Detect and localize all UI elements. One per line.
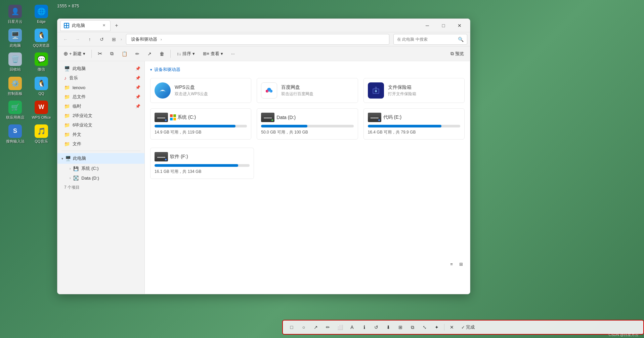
desktop-icon-此电脑[interactable]: 🖥️ 此电脑 bbox=[3, 27, 27, 49]
delete-button[interactable]: 🗑 bbox=[156, 48, 168, 59]
new-tab-button[interactable]: + bbox=[112, 21, 121, 30]
rename-button[interactable]: ✏ bbox=[132, 48, 143, 59]
section-header-devices[interactable]: ▾ 设备和驱动器 bbox=[150, 67, 465, 73]
anno-pen-button[interactable]: ✏ bbox=[323, 323, 333, 332]
close-button[interactable]: ✕ bbox=[452, 20, 467, 31]
rename-icon: ✏ bbox=[135, 51, 139, 57]
sidebar-item-临时[interactable]: 📁 临时 📌 bbox=[57, 102, 144, 111]
baidu-icon bbox=[261, 82, 277, 99]
sidebar-child-系统C[interactable]: › 💾 系统 (C:) bbox=[57, 164, 144, 173]
share-button[interactable]: ↗ bbox=[144, 48, 155, 59]
sidebar: 🖥️ 此电脑 📌 ♪ 音乐 📌 📁 lenovo 📌 📁 总文件 bbox=[57, 61, 145, 294]
sort-dropdown-icon: ▾ bbox=[192, 51, 195, 56]
sidebar-item-2毕业论文[interactable]: 📁 2毕业论文 bbox=[57, 111, 144, 120]
baidu-cloud-desc: 双击运行百度网盘 bbox=[281, 91, 313, 97]
desktop-icon-wps[interactable]: W WPS Office bbox=[30, 99, 53, 121]
address-bar[interactable]: 设备和驱动器 › bbox=[126, 34, 389, 45]
sidebar-icon-此电脑: 🖥️ bbox=[64, 66, 70, 71]
sidebar-section-此电脑[interactable]: ▾ 🖥️ 此电脑 bbox=[57, 153, 144, 164]
maximize-button[interactable]: □ bbox=[436, 20, 451, 31]
sidebar-item-文件[interactable]: 📁 文件 bbox=[57, 139, 144, 149]
share-icon: ↗ bbox=[147, 51, 152, 57]
desktop-icon-回收站[interactable]: 🗑️ 回收站 bbox=[3, 51, 27, 73]
sidebar-label-2毕业论文: 2毕业论文 bbox=[73, 113, 92, 119]
desktop-icon-qq[interactable]: 🐧 QQ bbox=[30, 75, 53, 97]
anno-arrow-button[interactable]: ↗ bbox=[311, 323, 320, 332]
anno-text-button[interactable]: A bbox=[347, 323, 357, 332]
new-dropdown-icon: ▾ bbox=[83, 51, 85, 56]
desktop-icon-控制面板[interactable]: ⚙️ 控制面板 bbox=[3, 75, 27, 97]
toolbar-separator-2 bbox=[170, 50, 171, 58]
file-explorer-tab[interactable]: 此电脑 ✕ bbox=[60, 20, 111, 31]
drive-item-d[interactable]: ▬▬▬ Data (D:) 50.0 GB 可用，共 100 GB bbox=[257, 108, 358, 140]
new-button[interactable]: ⊕ + 新建 ▾ bbox=[60, 48, 89, 59]
refresh-button[interactable]: ↺ bbox=[96, 34, 107, 45]
view-button[interactable]: ⊞≡ 查看 ▾ bbox=[200, 48, 226, 59]
desktop-icon-联应商店[interactable]: 🛒 联应用商店 bbox=[3, 99, 27, 121]
desktop-icon-label-edge: Edge bbox=[37, 20, 46, 24]
more-button[interactable]: ··· bbox=[228, 48, 238, 59]
anno-rect-button[interactable]: □ bbox=[287, 323, 296, 332]
sidebar-item-总文件[interactable]: 📁 总文件 📌 bbox=[57, 92, 144, 102]
desktop-icon-qq音乐[interactable]: 🎵 QQ音乐 bbox=[30, 123, 53, 145]
anno-resize-button[interactable]: ⤡ bbox=[420, 323, 429, 332]
desktop-icon-edge[interactable]: 🌐 Edge bbox=[30, 3, 53, 25]
drive-item-c[interactable]: ▬▬▬ 系统 bbox=[150, 108, 251, 140]
sidebar-item-音乐[interactable]: ♪ 音乐 📌 bbox=[57, 73, 144, 83]
drive-item-e[interactable]: ▬▬▬ 代码 (E:) 16.4 GB 可用，共 79.9 GB bbox=[363, 108, 465, 140]
tab-close-button[interactable]: ✕ bbox=[101, 23, 107, 29]
sort-button[interactable]: ↕↓ 排序 ▾ bbox=[173, 48, 198, 59]
sidebar-label-音乐: 音乐 bbox=[69, 75, 78, 81]
delete-icon: 🗑 bbox=[160, 51, 164, 57]
copy-button[interactable]: ⧉ bbox=[107, 48, 117, 59]
view-toggle-button[interactable]: ⊞ bbox=[109, 34, 119, 45]
forward-button[interactable]: → bbox=[72, 34, 83, 45]
drive-item-f[interactable]: ▬▬▬ 软件 (F:) 16.1 GB 可用，共 134 GB bbox=[150, 148, 254, 179]
cloud-item-wps[interactable]: WPS云盘 双击进入WPS云盘 bbox=[150, 78, 251, 103]
preview-button[interactable]: ⧉ 预览 bbox=[447, 48, 467, 59]
desktop-icon-搜狗输入法[interactable]: S 搜狗输入法 bbox=[3, 123, 27, 145]
sidebar-child-dataD[interactable]: › 💽 Data (D:) bbox=[57, 173, 144, 183]
preview-label: 预览 bbox=[455, 51, 464, 57]
anno-star-button[interactable]: ✦ bbox=[432, 323, 441, 332]
sidebar-item-6毕业论文[interactable]: 📁 6毕业论文 bbox=[57, 120, 144, 130]
drive-progress-fill-f bbox=[155, 164, 238, 167]
svg-rect-0 bbox=[65, 24, 66, 25]
back-button[interactable]: ← bbox=[60, 34, 71, 45]
desktop-icon-label-wps: WPS Office bbox=[32, 115, 51, 120]
anno-undo-button[interactable]: ↺ bbox=[372, 323, 381, 332]
cloud-item-baidu[interactable]: 百度网盘 双击运行百度网盘 bbox=[257, 78, 358, 103]
sidebar-icon-临时: 📁 bbox=[64, 104, 70, 109]
sidebar-item-此电脑[interactable]: 🖥️ 此电脑 📌 bbox=[57, 64, 144, 73]
drive-header-d: ▬▬▬ Data (D:) bbox=[261, 113, 353, 122]
anno-info-button[interactable]: ℹ bbox=[359, 323, 369, 332]
sidebar-item-外文[interactable]: 📁 外文 bbox=[57, 130, 144, 139]
desktop-icon-微信[interactable]: 💬 微信 bbox=[30, 51, 53, 73]
anno-cancel-button[interactable]: ✕ bbox=[447, 323, 457, 332]
item-count: 7 个项目 bbox=[57, 183, 144, 192]
desktop-icon-qq浏览器[interactable]: 🐧 QQ浏览器 bbox=[30, 27, 53, 49]
drives-grid-row2: ▬▬▬ 软件 (F:) 16.1 GB 可用，共 134 GB bbox=[150, 148, 254, 179]
desktop-icon-xingyun[interactable]: 👤 日星月云 bbox=[3, 3, 27, 25]
paste-button[interactable]: 📋 bbox=[118, 48, 131, 59]
sidebar-divider bbox=[61, 151, 140, 151]
anno-copy-button[interactable]: ⧉ bbox=[408, 323, 417, 332]
child-chevron-dataD: › bbox=[70, 176, 71, 180]
cloud-item-vault[interactable]: 文件保险箱 打开文件保险箱 bbox=[363, 78, 465, 103]
grid-view-icon[interactable]: ⊞ bbox=[457, 260, 465, 268]
svg-rect-2 bbox=[65, 26, 66, 28]
minimize-button[interactable]: ─ bbox=[420, 20, 435, 31]
anno-crop-button[interactable]: ⊞ bbox=[396, 323, 405, 332]
anno-complete-button[interactable]: ✓ 完成 bbox=[459, 324, 477, 331]
anno-circle-button[interactable]: ○ bbox=[299, 323, 308, 332]
drives-grid: ▬▬▬ 系统 bbox=[150, 108, 465, 140]
anno-download-button[interactable]: ⬇ bbox=[384, 323, 393, 332]
list-view-icon[interactable]: ≡ bbox=[448, 260, 455, 268]
search-box[interactable]: 🔍 bbox=[393, 34, 467, 45]
sidebar-item-lenovo[interactable]: 📁 lenovo 📌 bbox=[57, 83, 144, 92]
search-input[interactable] bbox=[397, 37, 456, 42]
cut-button[interactable]: ✂ bbox=[94, 48, 105, 59]
address-segment-此电脑[interactable]: 设备和驱动器 bbox=[130, 36, 159, 43]
up-button[interactable]: ↑ bbox=[84, 34, 95, 45]
anno-highlight-button[interactable]: ⬜ bbox=[335, 323, 345, 332]
